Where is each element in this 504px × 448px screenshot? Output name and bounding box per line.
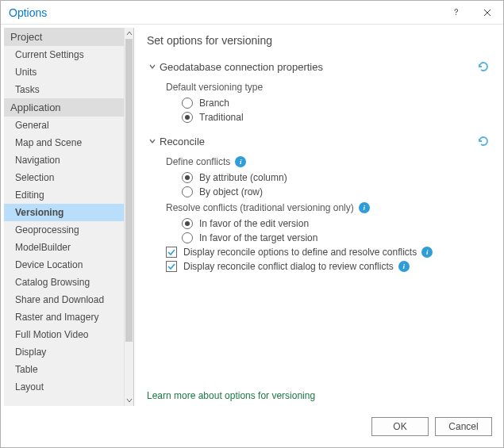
resolve-conflicts-label: Resolve conflicts (traditional versionin… [166, 202, 354, 213]
checkbox-display-dialog-label: Display reconcile conflict dialog to rev… [183, 261, 394, 272]
radio-branch-label: Branch [199, 98, 229, 109]
scroll-down-icon[interactable] [125, 395, 133, 406]
checkbox-display-dialog[interactable]: Display reconcile conflict dialog to rev… [166, 259, 492, 274]
info-icon[interactable]: i [398, 261, 410, 272]
dialog-body: Project Current Settings Units Tasks App… [1, 25, 503, 409]
sidebar-item-map-and-scene[interactable]: Map and Scene [4, 134, 124, 151]
radio-by-attribute[interactable]: By attribute (column) [182, 170, 492, 185]
dialog-footer: OK Cancel [1, 409, 503, 447]
section-gdb-header[interactable]: Geodatabase connection properties [147, 58, 492, 75]
radio-icon [182, 172, 193, 183]
title-bar: Options [1, 1, 503, 25]
sidebar-item-full-motion-video[interactable]: Full Motion Video [4, 326, 124, 343]
sidebar-item-raster-and-imagery[interactable]: Raster and Imagery [4, 308, 124, 326]
default-versioning-type-label: Default versioning type [166, 82, 492, 93]
sidebar-item-catalog-browsing[interactable]: Catalog Browsing [4, 274, 124, 291]
cancel-button[interactable]: Cancel [435, 417, 492, 436]
sidebar-item-display[interactable]: Display [4, 343, 124, 361]
radio-icon [182, 186, 193, 197]
sidebar-item-table[interactable]: Table [4, 361, 124, 378]
sidebar-category-application: Application [4, 98, 124, 117]
sidebar-item-device-location[interactable]: Device Location [4, 256, 124, 274]
sidebar-item-navigation[interactable]: Navigation [4, 151, 124, 169]
radio-icon [182, 218, 193, 229]
chevron-down-icon [147, 136, 158, 147]
radio-traditional-label: Traditional [199, 112, 244, 123]
learn-more-link[interactable]: Learn more about options for versioning [147, 390, 492, 406]
sidebar-item-selection[interactable]: Selection [4, 169, 124, 186]
checkbox-display-options[interactable]: Display reconcile options to define and … [166, 245, 492, 259]
scrollbar-thumb[interactable] [125, 39, 133, 342]
info-icon[interactable]: i [359, 202, 370, 213]
sidebar-item-geoprocessing[interactable]: Geoprocessing [4, 221, 124, 239]
close-button[interactable] [471, 1, 503, 25]
section-reconcile-header[interactable]: Reconcile [147, 132, 492, 150]
scrollbar-track[interactable] [125, 39, 133, 395]
ok-button[interactable]: OK [371, 417, 429, 436]
radio-icon [182, 112, 193, 123]
info-icon[interactable]: i [421, 247, 433, 258]
help-button[interactable] [440, 1, 471, 25]
radio-target-version-label: In favor of the target version [199, 232, 317, 243]
sidebar-category-project: Project [4, 28, 124, 46]
radio-traditional[interactable]: Traditional [182, 110, 492, 124]
sidebar-item-versioning[interactable]: Versioning [4, 204, 124, 221]
section-gdb-title: Geodatabase connection properties [160, 61, 475, 73]
info-icon[interactable]: i [235, 156, 246, 167]
sidebar-item-editing[interactable]: Editing [4, 186, 124, 204]
radio-target-version[interactable]: In favor of the target version [182, 231, 492, 245]
page-title: Set options for versioning [147, 34, 492, 47]
radio-by-object[interactable]: By object (row) [182, 185, 492, 199]
chevron-down-icon [147, 61, 158, 72]
radio-icon [182, 232, 193, 243]
checkbox-icon [166, 261, 177, 272]
checkbox-icon [166, 247, 177, 258]
sidebar-item-current-settings[interactable]: Current Settings [4, 46, 124, 63]
sidebar-list: Project Current Settings Units Tasks App… [4, 28, 124, 406]
sidebar-scrollbar[interactable] [124, 28, 133, 406]
checkbox-display-options-label: Display reconcile options to define and … [183, 247, 417, 258]
radio-edit-version-label: In favor of the edit version [199, 218, 309, 229]
sidebar-item-units[interactable]: Units [4, 63, 124, 81]
reset-gdb-button[interactable] [475, 58, 492, 75]
sidebar-item-share-and-download[interactable]: Share and Download [4, 291, 124, 308]
define-conflicts-label: Define conflicts [166, 156, 230, 167]
reset-reconcile-button[interactable] [475, 132, 492, 150]
radio-branch[interactable]: Branch [182, 96, 492, 110]
scroll-up-icon[interactable] [125, 28, 133, 39]
radio-by-attribute-label: By attribute (column) [199, 172, 287, 183]
window-title: Options [9, 6, 440, 19]
sidebar-item-general[interactable]: General [4, 117, 124, 134]
sidebar-item-layout[interactable]: Layout [4, 378, 124, 396]
section-reconcile-title: Reconcile [160, 136, 475, 147]
sidebar-item-modelbuilder[interactable]: ModelBuilder [4, 239, 124, 256]
radio-icon [182, 98, 193, 109]
radio-edit-version[interactable]: In favor of the edit version [182, 216, 492, 231]
radio-by-object-label: By object (row) [199, 186, 263, 197]
sidebar: Project Current Settings Units Tasks App… [4, 28, 134, 406]
sidebar-item-tasks[interactable]: Tasks [4, 81, 124, 98]
content-pane: Set options for versioning Geodatabase c… [134, 25, 503, 409]
